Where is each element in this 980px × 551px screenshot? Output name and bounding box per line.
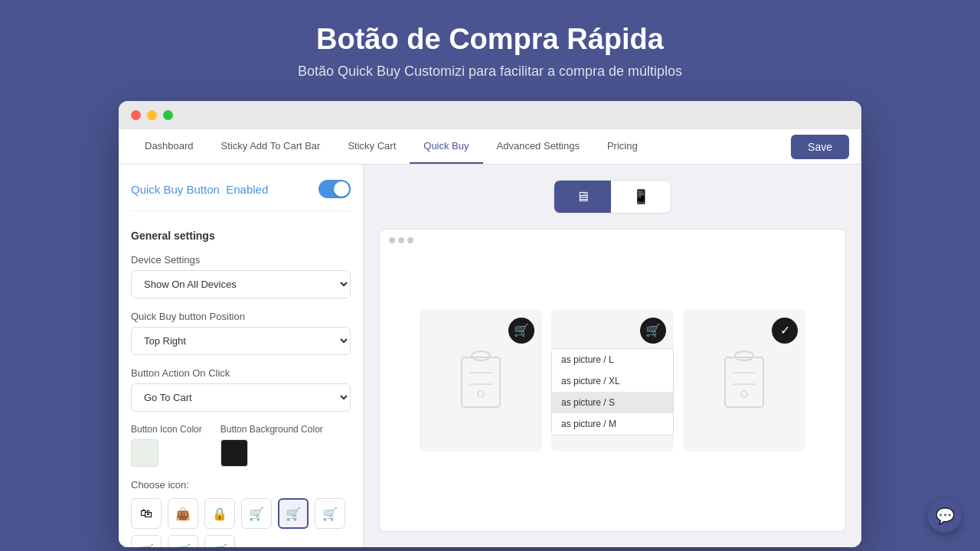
quick-buy-header: Quick Buy Button Enabled xyxy=(131,180,351,211)
main-content: Quick Buy Button Enabled General setting… xyxy=(119,165,861,547)
icon-cart6[interactable]: 🛒 xyxy=(204,535,235,547)
bg-color-label: Button Background Color xyxy=(220,424,323,435)
cart-button-2[interactable]: 🛒 xyxy=(640,318,666,344)
preview-dots xyxy=(389,237,413,243)
size-dropdown[interactable]: as picture / L as picture / XL as pictur… xyxy=(551,348,674,435)
right-panel: 🖥 📱 xyxy=(364,165,861,547)
icon-bag2[interactable]: 👜 xyxy=(168,498,198,529)
cart-button-1[interactable]: 🛒 xyxy=(508,318,534,344)
bg-color-swatch[interactable] xyxy=(220,439,248,467)
product-grid: 🛒 🛒 as picture / L xyxy=(420,310,805,452)
icon-cart4[interactable]: 🛒 xyxy=(131,535,162,547)
icon-color-swatch[interactable] xyxy=(131,439,158,467)
icon-color-label: Button Icon Color xyxy=(131,424,202,435)
preview-area: 🛒 🛒 as picture / L xyxy=(379,229,846,532)
nav-bar: Dashboard Sticky Add To Cart Bar Sticky … xyxy=(119,129,861,165)
size-option-m[interactable]: as picture / M xyxy=(552,413,673,435)
tab-sticky-add[interactable]: Sticky Add To Cart Bar xyxy=(207,129,335,164)
tab-dashboard[interactable]: Dashboard xyxy=(131,129,207,164)
icon-color-group: Button Icon Color xyxy=(131,424,202,467)
bg-color-group: Button Background Color xyxy=(220,424,323,467)
position-select[interactable]: Top Right Top Left Bottom Right Bottom L… xyxy=(131,327,351,355)
page-title: Botão de Compra Rápida xyxy=(298,23,682,56)
device-tablet-btn[interactable]: 📱 xyxy=(611,181,671,213)
icon-bag[interactable]: 🛍 xyxy=(131,498,162,529)
nav-tabs: Dashboard Sticky Add To Cart Bar Sticky … xyxy=(131,129,791,164)
size-option-s[interactable]: as picture / S xyxy=(552,392,673,413)
action-label: Button Action On Click xyxy=(131,367,351,379)
page-subtitle: Botão Quick Buy Customizi para facilitar… xyxy=(298,64,682,80)
icon-cart3[interactable]: 🛒 xyxy=(315,498,345,529)
product-card-3: ✓ xyxy=(683,310,805,452)
icon-cart5[interactable]: 🛒 xyxy=(168,535,198,547)
tab-sticky-cart[interactable]: Sticky Cart xyxy=(334,129,410,164)
left-panel: Quick Buy Button Enabled General setting… xyxy=(119,165,364,547)
page-header: Botão de Compra Rápida Botão Quick Buy C… xyxy=(298,23,682,80)
device-settings-group: Device Settings Show On All Devices Desk… xyxy=(131,254,351,298)
product-image-3 xyxy=(714,342,775,419)
device-settings-select[interactable]: Show On All Devices Desktop Only Mobile … xyxy=(131,270,351,298)
tab-advanced[interactable]: Advanced Settings xyxy=(483,129,593,164)
dot2 xyxy=(398,237,404,243)
position-label: Quick Buy button Position xyxy=(131,311,351,322)
device-desktop-btn[interactable]: 🖥 xyxy=(554,181,611,213)
chat-bubble[interactable]: 💬 xyxy=(928,499,962,533)
app-window: Dashboard Sticky Add To Cart Bar Sticky … xyxy=(119,101,861,547)
quick-buy-toggle[interactable] xyxy=(318,180,351,198)
icon-grid-row2: 🛒 🛒 🛒 xyxy=(131,535,351,547)
icon-grid-row1: 🛍 👜 🔒 🛒 🛒 🛒 xyxy=(131,498,351,529)
minimize-button[interactable] xyxy=(147,110,157,120)
choose-icon-label: Choose icon: xyxy=(131,479,351,491)
device-toggle: 🖥 📱 xyxy=(554,180,671,214)
size-option-xl[interactable]: as picture / XL xyxy=(552,370,673,392)
tab-pricing[interactable]: Pricing xyxy=(593,129,652,164)
action-group: Button Action On Click Go To Cart Open C… xyxy=(131,367,351,412)
icon-cart2[interactable]: 🛒 xyxy=(278,498,309,529)
dot3 xyxy=(407,237,413,243)
svg-point-11 xyxy=(735,351,753,360)
dot1 xyxy=(389,237,395,243)
icon-cart1[interactable]: 🛒 xyxy=(241,498,272,529)
close-button[interactable] xyxy=(131,110,141,120)
size-option-l[interactable]: as picture / L xyxy=(552,349,673,370)
color-row: Button Icon Color Button Background Colo… xyxy=(131,424,351,467)
svg-point-14 xyxy=(741,391,747,397)
device-settings-label: Device Settings xyxy=(131,254,351,266)
quick-buy-label: Quick Buy Button Enabled xyxy=(131,183,268,196)
product-card-1: 🛒 xyxy=(420,310,542,452)
product-image-1 xyxy=(450,342,511,419)
section-title: General settings xyxy=(131,230,351,242)
svg-rect-0 xyxy=(462,357,500,407)
maximize-button[interactable] xyxy=(163,110,173,120)
svg-point-1 xyxy=(472,351,490,360)
window-titlebar xyxy=(119,101,861,129)
svg-point-4 xyxy=(478,391,484,397)
action-select[interactable]: Go To Cart Open Cart Drawer Open Quick V… xyxy=(131,383,351,412)
position-group: Quick Buy button Position Top Right Top … xyxy=(131,311,351,355)
product-card-2: 🛒 as picture / L as picture / XL as pict… xyxy=(551,310,674,452)
icon-lock[interactable]: 🔒 xyxy=(204,498,235,529)
svg-rect-10 xyxy=(725,357,763,407)
save-button[interactable]: Save xyxy=(791,135,849,159)
check-button-3[interactable]: ✓ xyxy=(772,318,798,344)
tab-quick-buy[interactable]: Quick Buy xyxy=(410,129,482,164)
